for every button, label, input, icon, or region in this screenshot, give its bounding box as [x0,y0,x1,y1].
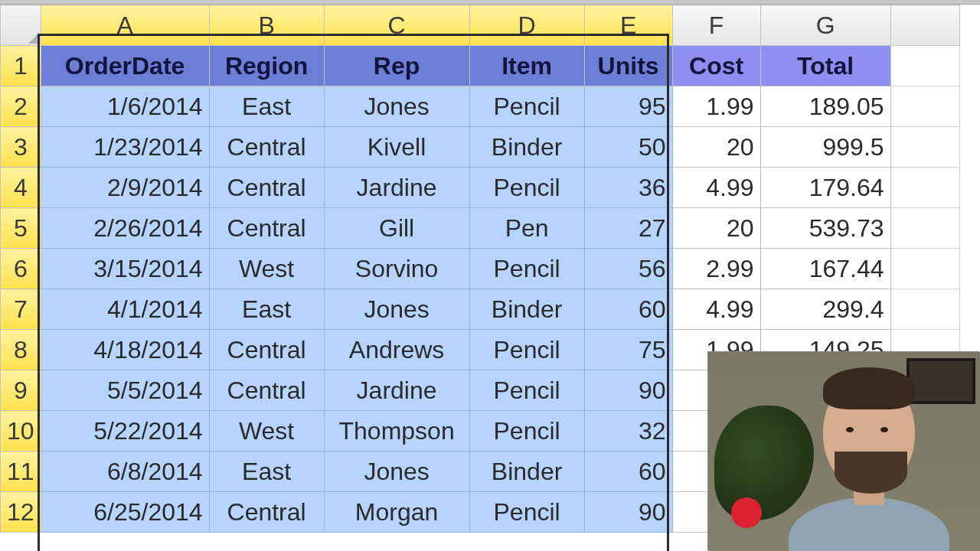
cell-A5[interactable]: 2/26/2014 [41,208,209,249]
cell-A9[interactable]: 5/5/2014 [41,370,209,411]
cell-A6[interactable]: 3/15/2014 [41,249,209,289]
cell-B8[interactable]: Central [209,330,324,370]
cell-E10[interactable]: 32 [584,411,672,452]
cell-B2[interactable]: East [209,86,324,127]
row-header[interactable]: 8 [1,330,41,370]
cell-B5[interactable]: Central [209,208,324,249]
cell-F5[interactable]: 20 [672,208,760,249]
cell-B10[interactable]: West [209,411,324,452]
row-header[interactable]: 12 [1,492,41,533]
column-header-F[interactable]: F [672,5,760,46]
cell-F2[interactable]: 1.99 [672,86,760,127]
row-header[interactable]: 11 [1,452,41,492]
cell-B3[interactable]: Central [209,127,324,168]
column-header-E[interactable]: E [584,5,672,46]
cell-C8[interactable]: Andrews [324,330,469,370]
cell-B7[interactable]: East [209,289,324,330]
cell-A10[interactable]: 5/22/2014 [41,411,209,452]
cell-A8[interactable]: 4/18/2014 [41,330,209,370]
cell-E4[interactable]: 36 [584,168,672,208]
cell-D6[interactable]: Pencil [469,249,584,289]
row-header[interactable]: 3 [1,127,41,168]
cell-C9[interactable]: Jardine [324,370,469,411]
cell-A7[interactable]: 4/1/2014 [41,289,209,330]
row-header[interactable]: 5 [1,208,41,249]
header-cell-C[interactable]: Rep [324,46,469,86]
cell-E12[interactable]: 90 [584,492,672,533]
cell-C5[interactable]: Gill [324,208,469,249]
cell-G3[interactable]: 999.5 [760,127,890,168]
cell-F6[interactable]: 2.99 [672,249,760,289]
cell-B9[interactable]: Central [209,370,324,411]
cell-blank[interactable] [890,86,959,127]
cell-blank[interactable] [890,208,959,249]
cell-E5[interactable]: 27 [584,208,672,249]
cell-E2[interactable]: 95 [584,86,672,127]
cell-A2[interactable]: 1/6/2014 [41,86,209,127]
cell-B4[interactable]: Central [209,168,324,208]
cell-E11[interactable]: 60 [584,452,672,492]
row-header[interactable]: 6 [1,249,41,289]
cell-F7[interactable]: 4.99 [672,289,760,330]
header-cell-A[interactable]: OrderDate [41,46,209,86]
row-header[interactable]: 4 [1,168,41,208]
row-header[interactable]: 7 [1,289,41,330]
cell-D3[interactable]: Binder [469,127,584,168]
header-cell-G[interactable]: Total [760,46,890,86]
cell-G7[interactable]: 299.4 [760,289,890,330]
cell-blank[interactable] [890,127,959,168]
cell-blank[interactable] [890,46,959,86]
cell-D8[interactable]: Pencil [469,330,584,370]
column-header-blank[interactable] [890,5,959,46]
cell-G4[interactable]: 179.64 [760,168,890,208]
header-cell-F[interactable]: Cost [672,46,760,86]
cell-G6[interactable]: 167.44 [760,249,890,289]
header-cell-E[interactable]: Units [584,46,672,86]
cell-A3[interactable]: 1/23/2014 [41,127,209,168]
cell-C6[interactable]: Sorvino [324,249,469,289]
cell-E7[interactable]: 60 [584,289,672,330]
cell-C3[interactable]: Kivell [324,127,469,168]
column-header-A[interactable]: A [41,5,209,46]
cell-D7[interactable]: Binder [469,289,584,330]
cell-C11[interactable]: Jones [324,452,469,492]
cell-C10[interactable]: Thompson [324,411,469,452]
header-cell-D[interactable]: Item [469,46,584,86]
header-cell-B[interactable]: Region [209,46,324,86]
cell-D10[interactable]: Pencil [469,411,584,452]
cell-F3[interactable]: 20 [672,127,760,168]
select-all-corner[interactable] [1,5,41,46]
cell-B6[interactable]: West [209,249,324,289]
cell-C2[interactable]: Jones [324,86,469,127]
row-header[interactable]: 9 [1,370,41,411]
cell-D5[interactable]: Pen [469,208,584,249]
cell-D2[interactable]: Pencil [469,86,584,127]
column-header-C[interactable]: C [324,5,469,46]
cell-blank[interactable] [890,289,959,330]
cell-C12[interactable]: Morgan [324,492,469,533]
cell-D9[interactable]: Pencil [469,370,584,411]
cell-E3[interactable]: 50 [584,127,672,168]
cell-E6[interactable]: 56 [584,249,672,289]
row-header[interactable]: 2 [1,86,41,127]
cell-A4[interactable]: 2/9/2014 [41,168,209,208]
cell-blank[interactable] [890,249,959,289]
row-header[interactable]: 1 [1,46,41,86]
column-header-G[interactable]: G [760,5,890,46]
row-header[interactable]: 10 [1,411,41,452]
cell-G5[interactable]: 539.73 [760,208,890,249]
cell-A11[interactable]: 6/8/2014 [41,452,209,492]
cell-B11[interactable]: East [209,452,324,492]
cell-G2[interactable]: 189.05 [760,86,890,127]
cell-B12[interactable]: Central [209,492,324,533]
cell-F4[interactable]: 4.99 [672,168,760,208]
column-header-B[interactable]: B [209,5,324,46]
cell-C4[interactable]: Jardine [324,168,469,208]
cell-E8[interactable]: 75 [584,330,672,370]
cell-E9[interactable]: 90 [584,370,672,411]
cell-D4[interactable]: Pencil [469,168,584,208]
column-header-D[interactable]: D [469,5,584,46]
cell-A12[interactable]: 6/25/2014 [41,492,209,533]
cell-D12[interactable]: Pencil [469,492,584,533]
cell-C7[interactable]: Jones [324,289,469,330]
